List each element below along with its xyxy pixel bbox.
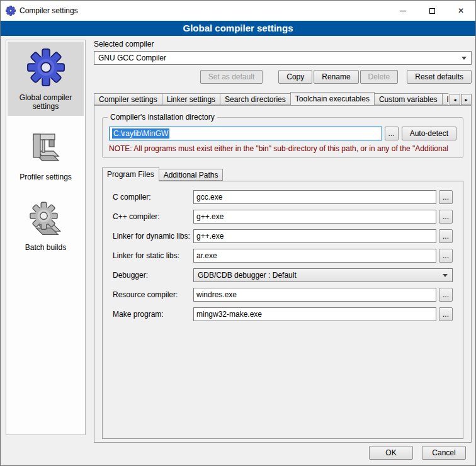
chevron-down-icon xyxy=(462,57,467,60)
field-value: mingw32-make.exe xyxy=(196,310,262,319)
browse-install-dir-button[interactable]: ... xyxy=(385,127,399,140)
settings-tabstrip: Compiler settings Linker settings Search… xyxy=(94,91,472,105)
field-label: C compiler: xyxy=(113,193,193,202)
maximize-button[interactable] xyxy=(417,1,446,21)
field-value: windres.exe xyxy=(196,290,237,299)
install-dir-selected-text: C:\raylib\MinGW xyxy=(112,128,169,139)
field-value: ar.exe xyxy=(196,251,217,260)
browse-make-program-button[interactable]: ... xyxy=(439,307,453,321)
field-value: g++.exe xyxy=(196,212,224,221)
arrow-left-icon: ◄ xyxy=(453,98,457,102)
browse-c-compiler-button[interactable]: ... xyxy=(439,190,453,204)
delete-button: Delete xyxy=(360,70,399,84)
grey-gear-icon xyxy=(28,202,64,239)
debugger-dropdown[interactable]: GDB/CDB debugger : Default xyxy=(193,268,453,282)
field-value: gcc.exe xyxy=(196,193,222,202)
app-gear-icon xyxy=(6,6,16,16)
static-linker-input[interactable]: ar.exe xyxy=(193,249,436,263)
resource-compiler-input[interactable]: windres.exe xyxy=(193,288,436,302)
main-content: Selected compiler GNU GCC Compiler Set a… xyxy=(94,40,472,443)
minimize-button[interactable] xyxy=(388,1,417,21)
field-row-static-linker: Linker for static libs: ar.exe ... xyxy=(113,249,453,263)
settings-category-sidebar: Global compiler settings Profiler settin… xyxy=(6,40,86,435)
autodetect-button[interactable]: Auto-detect xyxy=(402,127,456,140)
sidebar-item-label: Batch builds xyxy=(25,243,66,252)
tab-additional-paths[interactable]: Additional Paths xyxy=(159,169,224,181)
compiler-actions-row: Set as default Copy Rename Delete Reset … xyxy=(94,70,472,84)
install-dir-input[interactable]: C:\raylib\MinGW xyxy=(109,127,382,140)
c-compiler-input[interactable]: gcc.exe xyxy=(193,190,436,204)
field-label: C++ compiler: xyxy=(113,212,193,221)
toolchain-executables-panel: Compiler's installation directory C:\ray… xyxy=(94,105,472,443)
close-button[interactable]: ✕ xyxy=(446,1,475,21)
tabs-viewport: Compiler settings Linker settings Search… xyxy=(94,91,448,105)
field-row-dynamic-linker: Linker for dynamic libs: g++.exe ... xyxy=(113,229,453,243)
sidebar-item-batch-builds[interactable]: Batch builds xyxy=(8,195,84,257)
window-title: Compiler settings xyxy=(20,6,78,15)
field-row-resource-compiler: Resource compiler: windres.exe ... xyxy=(113,288,453,302)
field-row-c-compiler: C compiler: gcc.exe ... xyxy=(113,190,453,204)
tab-scroll-left-button[interactable]: ◄ xyxy=(450,94,460,105)
cancel-button[interactable]: Cancel xyxy=(422,446,466,460)
set-as-default-button: Set as default xyxy=(200,70,263,84)
titlebar: Compiler settings ✕ xyxy=(1,1,475,21)
sidebar-item-profiler-settings[interactable]: Profiler settings xyxy=(8,125,84,186)
field-row-cpp-compiler: C++ compiler: g++.exe ... xyxy=(113,210,453,224)
selected-compiler-label: Selected compiler xyxy=(94,40,472,48)
profiler-clamp-icon xyxy=(28,131,64,168)
cpp-compiler-input[interactable]: g++.exe xyxy=(193,210,436,224)
minimize-icon xyxy=(400,11,406,11)
copy-button[interactable]: Copy xyxy=(278,70,312,84)
blue-gear-icon xyxy=(26,48,65,89)
window-controls: ✕ xyxy=(388,1,475,21)
tab-scroll-arrows: ◄ ► xyxy=(450,94,472,105)
field-label: Linker for static libs: xyxy=(113,251,193,260)
dialog-footer: OK Cancel xyxy=(369,446,466,460)
close-icon: ✕ xyxy=(458,6,464,15)
field-label: Make program: xyxy=(113,310,193,319)
browse-dynamic-linker-button[interactable]: ... xyxy=(439,229,453,243)
chevron-down-icon xyxy=(443,274,448,277)
debugger-value: GDB/CDB debugger : Default xyxy=(198,271,297,280)
browse-cpp-compiler-button[interactable]: ... xyxy=(439,210,453,224)
installation-directory-group: Compiler's installation directory C:\ray… xyxy=(102,117,463,158)
sidebar-item-global-compiler-settings[interactable]: Global compiler settings xyxy=(8,42,84,116)
dynamic-linker-input[interactable]: g++.exe xyxy=(193,229,436,243)
installation-directory-group-title: Compiler's installation directory xyxy=(108,113,217,122)
tab-toolchain-executables[interactable]: Toolchain executables xyxy=(290,92,375,105)
tab-linker-settings[interactable]: Linker settings xyxy=(162,93,220,105)
program-files-tabstrip: Program Files Additional Paths xyxy=(102,167,463,181)
field-label: Linker for dynamic libs: xyxy=(113,232,193,241)
rename-button[interactable]: Rename xyxy=(314,70,358,84)
tab-program-files[interactable]: Program Files xyxy=(102,168,159,181)
browse-resource-compiler-button[interactable]: ... xyxy=(439,288,453,302)
arrow-right-icon: ► xyxy=(464,98,468,102)
make-program-input[interactable]: mingw32-make.exe xyxy=(193,307,436,321)
browse-static-linker-button[interactable]: ... xyxy=(439,249,453,263)
selected-compiler-dropdown[interactable]: GNU GCC Compiler xyxy=(94,51,472,65)
note-text: NOTE: All programs must exist either in … xyxy=(109,144,456,153)
field-value: g++.exe xyxy=(196,232,224,241)
sidebar-item-label: Profiler settings xyxy=(20,173,72,181)
tab-scroll-right-button[interactable]: ► xyxy=(461,94,472,105)
maximize-icon xyxy=(429,8,435,14)
field-label: Debugger: xyxy=(113,271,193,280)
tab-search-directories[interactable]: Search directories xyxy=(220,93,291,105)
reset-defaults-button[interactable]: Reset defaults xyxy=(407,70,472,84)
sidebar-item-label: Global compiler settings xyxy=(9,93,82,111)
program-files-panel: C compiler: gcc.exe ... C++ compiler: g+… xyxy=(102,181,463,439)
field-label: Resource compiler: xyxy=(113,290,193,299)
field-row-make-program: Make program: mingw32-make.exe ... xyxy=(113,307,453,321)
ok-button[interactable]: OK xyxy=(369,446,413,460)
compiler-settings-window: Compiler settings ✕ Global compiler sett… xyxy=(0,0,476,466)
field-row-debugger: Debugger: GDB/CDB debugger : Default xyxy=(113,268,453,282)
selected-compiler-value: GNU GCC Compiler xyxy=(98,54,166,62)
tab-custom-variables[interactable]: Custom variables xyxy=(374,93,443,105)
dialog-banner-title: Global compiler settings xyxy=(1,21,475,36)
installation-directory-row: C:\raylib\MinGW ... Auto-detect xyxy=(109,127,456,140)
tab-compiler-settings[interactable]: Compiler settings xyxy=(94,93,162,105)
tab-build-options-truncated[interactable]: Buil xyxy=(442,93,448,105)
